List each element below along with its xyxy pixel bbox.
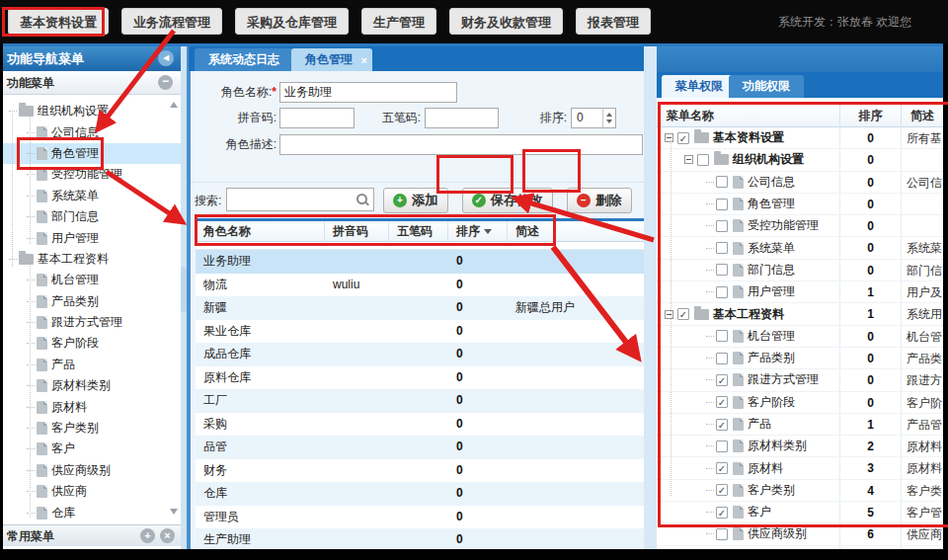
role-table-row[interactable]: 采购0 [196,413,646,437]
column-header-sort[interactable]: 排序 [839,104,901,127]
role-table-row[interactable]: 财务0 [196,459,646,483]
column-header-role-name[interactable]: 角色名称 [196,221,325,241]
permission-checkbox[interactable] [697,154,709,166]
role-table-row[interactable]: 工厂0 [196,389,646,413]
role-table-row[interactable]: 仓库0 [196,482,646,506]
delete-button[interactable]: −删除 [567,188,632,213]
permission-tree-row[interactable]: 原材料类别2原材料 [657,436,943,457]
collapse-section-icon[interactable]: − [158,75,173,90]
permission-checkbox[interactable] [716,286,728,298]
common-menu-bar[interactable]: 常用菜单 + × [3,524,181,546]
role-name-input[interactable]: 业务助理 [279,82,457,103]
permission-checkbox[interactable] [716,199,728,210]
tab-role-management[interactable]: 角色管理 × [291,48,372,71]
top-menu-item[interactable]: 基本资料设置 [8,8,109,35]
permission-tree-row[interactable]: ✓基本资料设置0所有基 [657,127,943,149]
tab-menu-permissions[interactable]: 菜单权限 [662,75,737,98]
panel-splitter[interactable] [644,46,657,549]
role-table-row[interactable]: 生产助理0 [196,528,646,552]
permission-tree-row[interactable]: 系统菜单0系统菜 [657,237,943,259]
tree-dash-icon [706,490,714,491]
top-menu-item[interactable]: 报表管理 [576,8,651,35]
permission-tree-row[interactable]: 受控功能管理0 [657,215,943,237]
sidebar-section-header[interactable]: 功能菜单 − [3,71,181,95]
add-common-menu-icon[interactable]: + [140,528,155,543]
top-menu-item[interactable]: 业务流程管理 [121,8,222,35]
scroll-down-icon[interactable] [170,509,178,515]
role-table-row[interactable]: 品管0 [196,436,646,459]
collapse-node-icon[interactable] [665,133,673,142]
column-header-sort[interactable]: 排序 [448,221,508,241]
add-button[interactable]: +添加 [383,188,448,213]
splitter-handle[interactable] [181,267,187,312]
permission-checkbox[interactable]: ✓ [677,132,689,144]
permission-tree-row[interactable]: 机台管理0机台管 [657,326,943,348]
permission-checkbox[interactable]: ✓ [716,396,728,408]
permission-checkbox[interactable] [716,330,728,342]
spinner-arrows-icon[interactable] [602,109,615,127]
pinyin-input[interactable] [279,108,355,128]
tab-function-permissions[interactable]: 功能权限 [729,75,804,98]
permission-tree-row[interactable]: 公司信息0公司信 [657,172,943,194]
permission-checkbox[interactable]: ✓ [716,507,728,519]
table-cell [325,389,389,413]
permission-checkbox[interactable]: ✓ [716,419,728,431]
collapse-sidebar-icon[interactable]: ◀ [158,50,174,66]
permission-checkbox[interactable] [716,353,728,364]
role-table-row[interactable]: 新疆0新疆总用户 [196,296,646,320]
permission-tree-row[interactable]: ✓跟进方式管理0跟进方 [657,369,943,391]
permission-checkbox[interactable]: ✓ [677,308,689,320]
permission-checkbox[interactable] [716,242,728,254]
search-input[interactable] [226,188,374,211]
top-menu-item[interactable]: 财务及收款管理 [449,8,563,35]
search-icon[interactable] [356,193,369,206]
collapse-node-icon[interactable] [665,310,673,319]
table-cell [389,506,448,529]
permission-tree-row[interactable]: 部门信息0部门信 [657,260,943,281]
scroll-up-icon[interactable] [170,102,178,108]
permission-tree-row[interactable]: ✓客户5客户管 [657,502,943,523]
permission-tree-row[interactable]: ✓基本工程资料1系统用 [657,303,943,325]
permission-checkbox[interactable] [716,440,728,452]
permission-desc-value: 系统菜 [901,237,943,258]
permission-checkbox[interactable] [716,528,728,540]
tab-system-log[interactable]: 系统动态日志 [195,48,293,71]
permission-tree-row[interactable]: ✓产品1产品管 [657,414,943,436]
permission-tree-row[interactable]: 角色管理0 [657,194,943,215]
permission-sort-value: 0 [839,392,901,413]
permission-checkbox[interactable]: ✓ [716,374,728,386]
top-menu-item[interactable]: 生产管理 [361,8,436,35]
role-desc-input[interactable] [279,134,643,155]
column-header-pinyin[interactable]: 拼音码 [325,221,389,241]
permission-checkbox[interactable] [716,264,728,276]
role-table-row[interactable]: 业务助理0 [196,250,646,274]
column-header-desc[interactable]: 简述 [508,221,646,241]
role-table-row[interactable]: 原料仓库0 [196,366,646,390]
permission-tree-row[interactable]: 用户管理1用户及 [657,281,943,303]
close-tab-icon[interactable]: × [361,49,367,72]
permission-tree-row[interactable]: 产品类别0产品类 [657,348,943,369]
close-common-menu-icon[interactable]: × [160,528,175,543]
column-header-wubi[interactable]: 五笔码 [389,221,448,241]
column-header-desc[interactable]: 简述 [901,104,943,127]
save-button[interactable]: ✓保存修改 [462,188,553,213]
role-table-row[interactable]: 管理员0 [196,506,646,529]
collapse-node-icon[interactable] [684,155,693,164]
permission-label: 产品类别 [748,350,795,366]
sort-spinner[interactable]: 0 [571,108,616,128]
permission-checkbox[interactable] [716,220,728,232]
permission-checkbox[interactable] [716,176,728,188]
permission-tree-row[interactable]: 供应商级别6供应商 [657,523,943,545]
permission-tree-row[interactable]: ✓客户类别4客户类 [657,480,943,502]
permission-tree-row[interactable]: 组织机构设置0 [657,149,943,171]
role-table-row[interactable]: 果业仓库0 [196,320,646,344]
permission-checkbox[interactable]: ✓ [716,462,728,474]
column-header-menu-name[interactable]: 菜单名称 [667,104,714,127]
permission-tree-row[interactable]: ✓客户阶段0客户阶 [657,392,943,414]
role-table-row[interactable]: 成品仓库0 [196,343,646,366]
role-table-row[interactable]: 物流wuliu0 [196,274,646,297]
permission-checkbox[interactable]: ✓ [716,484,728,496]
wubi-input[interactable] [425,108,499,128]
top-menu-item[interactable]: 采购及仓库管理 [235,8,349,35]
permission-tree-row[interactable]: ✓原材料3原材料 [657,457,943,479]
